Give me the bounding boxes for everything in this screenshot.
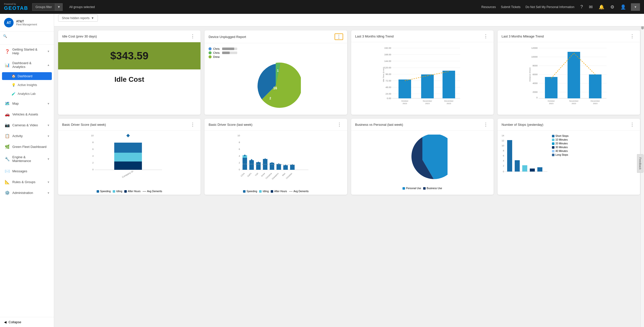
sidebar-item-analytics-lab[interactable]: 🧪 Analytics Lab	[0, 89, 54, 98]
submit-tickets-link[interactable]: Submit Tickets	[501, 5, 520, 9]
personal-dot	[403, 187, 405, 190]
driver-score-2-chart: 10 8 6 4 2 0	[207, 133, 345, 188]
search-input[interactable]	[3, 38, 51, 42]
dashboard-sub-icon: 🏠	[12, 74, 16, 78]
ds2-x-max: Max	[282, 172, 286, 177]
sidebar-item-rules[interactable]: 📐 Rules & Groups ▼	[0, 177, 54, 187]
show-hidden-chevron-icon: ▼	[91, 16, 94, 20]
ds2-y-2: 2	[239, 161, 240, 164]
idling-trend-header: Last 3 Months Idling Trend ⋮	[351, 30, 494, 42]
help-icon[interactable]: ?	[579, 3, 584, 11]
driver-score-1-chart: 10 8 6 4 2 0 Company Gr	[60, 133, 198, 188]
top-bar-left: Powered by GEOTAB Groups filter ▼ All gr…	[4, 3, 95, 11]
driver-score-2-legend: Speeding Idling After Hours Avg Demerits	[243, 190, 309, 193]
resources-link[interactable]: Resources	[481, 5, 496, 9]
driver-score-1-menu-button[interactable]: ⋮	[189, 122, 196, 127]
groups-filter-button[interactable]: Groups filter	[32, 3, 55, 11]
user-icon[interactable]: 👤	[619, 3, 627, 11]
legend-business: Business Use	[423, 187, 442, 190]
driver-score-1-header: Basic Driver Score (last week) ⋮	[58, 119, 200, 131]
y-label-96: 96.00	[385, 73, 391, 75]
sidebar-item-cameras[interactable]: 📷 Cameras & Video ▼	[0, 120, 54, 131]
collapse-arrow-icon: ◀	[4, 320, 7, 324]
sidebar-collapse[interactable]: ◀ Collapse	[0, 317, 54, 327]
y-label-0: 0.00	[387, 97, 391, 100]
groups-filter[interactable]: Groups filter ▼	[32, 3, 63, 11]
groups-filter-dropdown[interactable]: ▼	[55, 3, 63, 11]
mileage-trend-body: 12000 10000 8000 6000 4000 2000 0	[498, 42, 640, 107]
do-not-sell-link[interactable]: Do Not Sell My Personal Information	[526, 5, 574, 9]
20min-dot	[552, 142, 554, 145]
num-stops-menu-button[interactable]: ⋮	[628, 122, 636, 127]
mil-x-oct: October	[548, 100, 555, 102]
notification-icon[interactable]: 🔔	[598, 3, 605, 11]
idle-cost-menu-button[interactable]: ⋮	[189, 33, 196, 39]
legend-personal: Personal Use	[403, 187, 421, 190]
ds2-y-6: 6	[239, 148, 240, 150]
personal-label: Personal Use	[406, 187, 421, 190]
business-personal-title: Business vs Personal (last week)	[355, 123, 403, 127]
activity-icon: 📋	[5, 134, 10, 138]
business-personal-menu-button[interactable]: ⋮	[482, 122, 490, 127]
engine-chevron-icon: ▼	[47, 157, 50, 160]
device-unplugged-menu-button[interactable]: ⋮	[335, 33, 343, 40]
ds2-y-10: 10	[237, 134, 240, 137]
idle-cost-value: $343.59	[63, 50, 195, 62]
ns-y-2: 2	[503, 165, 504, 167]
active-insights-icon: 💡	[12, 83, 16, 87]
40min-dot	[552, 150, 554, 152]
speeding-1-dot	[97, 190, 99, 193]
cameras-icon: 📷	[5, 123, 10, 128]
dashboard-grid: Idle Cost (prev 30 days) ⋮ $343.59 Idle …	[58, 30, 640, 195]
groups-selected-text: All groups selected	[69, 5, 95, 9]
administration-icon: ⚙️	[5, 190, 10, 195]
sidebar-item-activity[interactable]: 📋 Activity ▼	[0, 131, 54, 141]
sidebar-item-green-fleet[interactable]: 🌿 Green Fleet Dashboard	[0, 141, 54, 152]
ds2-y-8: 8	[239, 141, 240, 144]
messages-icon: ✉️	[5, 169, 10, 174]
sidebar-item-cameras-label: Cameras & Video	[12, 123, 45, 127]
cameras-chevron-icon: ▼	[47, 124, 50, 127]
ds2-x-yuki: Yuki	[255, 172, 259, 177]
y-label-72: 72.00	[385, 79, 391, 82]
sidebar-item-administration[interactable]: ⚙️ Administration ▼	[0, 187, 54, 198]
legend-avgdemerits-2: Avg Demerits	[289, 190, 309, 193]
idling-1-dot	[113, 190, 115, 193]
legend-10min: 10 Minutes	[552, 138, 569, 141]
driver-score-1-title: Basic Driver Score (last week)	[62, 123, 106, 127]
settings-icon[interactable]: ⚙	[609, 3, 615, 11]
ns-y-8: 8	[503, 149, 504, 152]
show-hidden-reports-button[interactable]: Show hidden reports ▼	[58, 15, 98, 22]
sidebar-item-messages[interactable]: ✉️ Messages	[0, 166, 54, 177]
driver-score-2-card: Basic Driver Score (last week) ⋮ 10 8 6 …	[205, 119, 347, 195]
driver-score-2-header: Basic Driver Score (last week) ⋮	[205, 119, 347, 131]
user-dropdown-button[interactable]: ▼	[631, 3, 640, 11]
sidebar-item-engine[interactable]: 🔧 Engine & Maintenance ▼	[0, 152, 54, 166]
idling-trend-menu-button[interactable]: ⋮	[482, 33, 490, 39]
driver-score-1-body: 10 8 6 4 2 0 Company Gr	[58, 131, 200, 195]
driver-score-2-menu-button[interactable]: ⋮	[336, 122, 343, 127]
mail-icon[interactable]: ✉	[588, 3, 594, 11]
sidebar-item-map[interactable]: 🗺️ Map ▼	[0, 98, 54, 109]
sidebar-item-green-fleet-label: Green Fleet Dashboard	[12, 145, 50, 149]
pie-label-16: 16	[273, 86, 277, 90]
sidebar-item-active-insights-label: Active Insights	[18, 83, 37, 87]
top-bar-icons: ? ✉ 🔔 ⚙ 👤 ▼	[579, 3, 640, 11]
mil-x-oct-yr: 2023	[549, 102, 553, 105]
mil-x-nov-yr: 2023	[572, 102, 576, 105]
sidebar-item-dashboard[interactable]: 🏠 Dashboard	[2, 72, 52, 80]
mileage-trend-menu-button[interactable]: ⋮	[628, 33, 636, 39]
ds1-diamond	[126, 134, 130, 137]
sidebar-item-dashboard-analytics[interactable]: 📊 Dashboard & Analytics ▲	[0, 58, 54, 72]
device-unplugged-pie-chart: 16 2 1	[251, 60, 301, 111]
sidebar-item-getting-started[interactable]: ❓ Getting Started & Help ▼	[0, 45, 54, 58]
sidebar-item-active-insights[interactable]: 💡 Active Insights	[0, 80, 54, 89]
feedback-tab[interactable]: Feedback	[637, 154, 643, 173]
long-stops-label: Long Stops	[555, 153, 568, 156]
sidebar-item-messages-label: Messages	[12, 169, 50, 173]
sidebar-item-vehicles[interactable]: 🚗 Vehicles & Assets	[0, 109, 54, 120]
mil-y-6000: 6000	[533, 73, 538, 76]
search-icon: 🔍	[3, 34, 7, 38]
chevron-down-icon: ▼	[47, 50, 50, 53]
mil-y-12000: 12000	[531, 47, 538, 49]
